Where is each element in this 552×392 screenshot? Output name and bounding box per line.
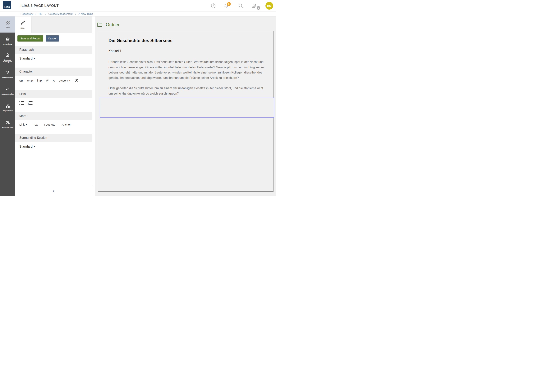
clear-format-icon[interactable]: [74, 78, 79, 83]
panel-main-gap: [92, 16, 95, 196]
anchor-button[interactable]: Anchor: [62, 123, 71, 126]
object-header: Ordner: [97, 22, 276, 28]
sidebar-item-organisation[interactable]: Organisation: [0, 100, 15, 116]
sidebar-item-tools[interactable]: Tools: [0, 16, 15, 33]
section-character-body: str emp imp x2 x2 Accent ▾: [15, 76, 92, 90]
tex-button[interactable]: Tex: [33, 123, 37, 126]
object-title: Ordner: [106, 22, 120, 27]
editor-tab-row: Editor: [15, 16, 92, 33]
crossed-tools-icon: [5, 120, 10, 126]
collapse-panel-chevron-left-icon[interactable]: ‹: [53, 188, 55, 194]
cancel-button[interactable]: Cancel: [46, 35, 59, 42]
accent-dropdown[interactable]: Accent ▾: [59, 79, 70, 82]
trophy-icon: [5, 70, 10, 76]
section-more-heading: More: [15, 112, 92, 120]
sidebar-item-communication[interactable]: Communication: [0, 83, 15, 99]
section-more-body: Link ▾ Tex Footnote Anchor: [15, 120, 92, 134]
footnote-button[interactable]: Footnote: [44, 123, 55, 126]
section-lists-body: 1 2 3: [15, 98, 92, 112]
folder-icon: [97, 22, 102, 28]
sidebar-item-personal-workspace[interactable]: Personal Workspace: [0, 50, 15, 66]
sidebar-item-label: Personal Workspace: [0, 59, 15, 63]
top-header: ILIAS ILIAS 6 PAGE LAYOUT 5: [0, 0, 276, 12]
save-and-return-button[interactable]: Save and Return: [17, 35, 43, 42]
chevron-down-icon: ▾: [34, 146, 35, 148]
org-chart-icon: [5, 104, 10, 109]
breadcrumb-item-a-new-thing[interactable]: A New Thing: [78, 13, 93, 15]
sidebar-item-label: Administration: [2, 127, 14, 128]
bullet-list-icon[interactable]: [19, 101, 25, 105]
panel-collapse-strip: ‹: [15, 186, 92, 196]
numbered-list-icon[interactable]: 1 2 3: [28, 101, 33, 105]
editor-actions: Save and Return Cancel: [15, 33, 92, 46]
document-title[interactable]: Die Geschichte des Silbersees: [109, 38, 267, 43]
surrounding-style-dropdown[interactable]: Standard ▾: [19, 145, 35, 148]
bank-icon: [5, 37, 10, 42]
person-icon: [5, 53, 10, 58]
tab-editor-label: Editor: [21, 27, 25, 29]
main-content: Ordner Die Geschichte des Silbersees Kap…: [95, 16, 276, 196]
sidebar-item-label: Tools: [6, 27, 10, 28]
section-paragraph-body: Standard ▾: [15, 54, 92, 68]
paragraph-style-dropdown[interactable]: Standard ▾: [19, 57, 35, 61]
search-icon[interactable]: [238, 3, 243, 8]
sidebar-item-label: Achievements: [2, 77, 13, 78]
svg-text:3: 3: [28, 104, 29, 105]
sidebar-filler: [0, 133, 15, 196]
avatar[interactable]: BM: [265, 2, 273, 10]
chat-bubbles-icon: [5, 87, 10, 92]
accent-label: Accent: [59, 79, 68, 82]
header-icons: 5 3 BM: [211, 0, 276, 12]
breadcrumb-separator: ›: [75, 12, 76, 15]
subscript-button[interactable]: x2: [53, 79, 55, 83]
document-chapter[interactable]: Kapitel 1: [109, 49, 267, 53]
sidebar-item-label: Communication: [1, 93, 14, 95]
surrounding-style-value: Standard: [19, 145, 33, 148]
page: ILIAS ILIAS 6 PAGE LAYOUT 5: [0, 0, 276, 196]
help-icon[interactable]: [211, 3, 216, 8]
contacts-icon[interactable]: 3: [251, 3, 257, 8]
breadcrumb-separator: ›: [45, 12, 46, 15]
sidebar-item-repository[interactable]: Repository: [0, 33, 15, 49]
section-character-heading: Character: [15, 68, 92, 76]
main-sidebar: Tools Repository: [0, 16, 15, 196]
ilias-logo[interactable]: ILIAS: [3, 1, 11, 9]
pencil-icon: [21, 20, 25, 26]
tab-editor[interactable]: Editor: [15, 16, 31, 33]
breadcrumb-item-hs[interactable]: HS: [39, 13, 43, 15]
link-label: Link: [19, 123, 25, 126]
important-button[interactable]: imp: [37, 79, 42, 82]
editor-panel: Editor Save and Return Cancel Paragraph …: [15, 16, 92, 196]
contacts-badge: 3: [257, 6, 260, 10]
chevron-down-icon: ▾: [34, 57, 35, 60]
chevron-down-icon: ▾: [69, 79, 71, 82]
notifications-bell-icon[interactable]: 5: [224, 3, 229, 8]
section-surrounding-heading: Surrounding Section: [15, 134, 92, 142]
active-edit-area[interactable]: [100, 98, 274, 118]
text-cursor: [102, 99, 102, 105]
grid-icon: [5, 20, 10, 26]
sidebar-item-label: Repository: [3, 43, 12, 45]
breadcrumb-separator: ›: [36, 12, 36, 15]
sidebar-item-administration[interactable]: Administration: [0, 116, 15, 133]
notification-badge: 5: [227, 2, 231, 6]
emphasis-button[interactable]: emp: [27, 79, 33, 82]
document-paragraph-2[interactable]: Oder gehörten die Schritte hinter ihm zu…: [109, 85, 267, 96]
page-editor-canvas[interactable]: Die Geschichte des Silbersees Kapitel 1 …: [98, 31, 274, 192]
strong-button[interactable]: str: [19, 79, 23, 82]
section-lists-heading: Lists: [15, 90, 92, 98]
breadcrumb-item-repository[interactable]: Repository: [21, 13, 33, 15]
breadcrumb-item-course-management[interactable]: Course Management: [48, 13, 73, 15]
page-title-header: ILIAS 6 PAGE LAYOUT: [21, 4, 59, 8]
section-paragraph-heading: Paragraph: [15, 46, 92, 54]
sidebar-item-label: Organisation: [3, 110, 13, 112]
sidebar-item-achievements[interactable]: Achievements: [0, 66, 15, 83]
superscript-button[interactable]: x2: [46, 79, 49, 82]
chevron-down-icon: ▾: [26, 123, 27, 126]
breadcrumb: Repository › HS › Course Management › A …: [0, 12, 276, 16]
section-surrounding-body: Standard ▾: [15, 142, 92, 186]
paragraph-style-value: Standard: [19, 57, 33, 61]
document-paragraph-1[interactable]: Er hörte leise Schritte hinter sich. Das…: [109, 59, 267, 80]
link-dropdown[interactable]: Link ▾: [19, 123, 27, 126]
